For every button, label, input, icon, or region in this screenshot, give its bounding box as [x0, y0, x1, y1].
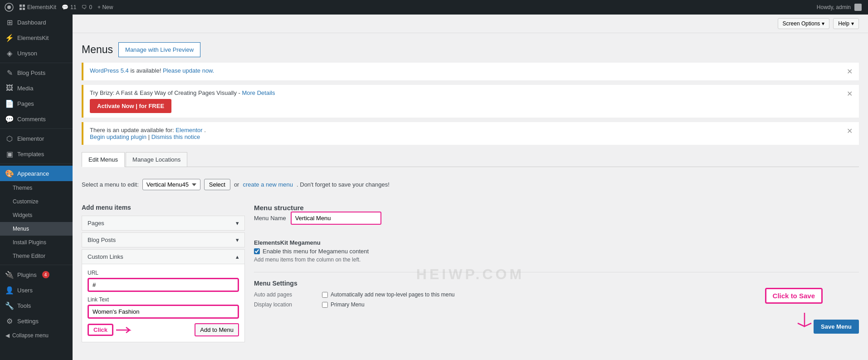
sidebar-item-unyson[interactable]: ◈ Unyson [0, 45, 73, 61]
sidebar-item-appearance[interactable]: 🎨 Appearance [0, 166, 73, 181]
menu-settings-title: Menu Settings [254, 280, 859, 287]
auto-add-label: Auto add pages [254, 291, 313, 298]
megamenu-checkbox[interactable] [254, 248, 260, 254]
tab-manage-locations[interactable]: Manage Locations [126, 152, 187, 167]
auto-add-checkbox[interactable] [322, 292, 328, 298]
save-arrow [786, 311, 814, 333]
dismiss-notice-link[interactable]: Dismiss this notice [151, 133, 200, 140]
menu-select-dropdown[interactable]: Vertical Menu45 [142, 179, 200, 190]
templates-icon: ▣ [5, 150, 14, 158]
click-to-save-annotation: Click to Save [765, 288, 823, 304]
screen-options-button[interactable]: Screen Options ▾ [778, 18, 830, 29]
sidebar-item-users[interactable]: 👤 Users [0, 282, 73, 298]
sidebar-item-menus[interactable]: Menus [0, 222, 73, 236]
appearance-icon: 🎨 [5, 169, 14, 178]
sidebar-item-elementor[interactable]: ⬡ Elementor [0, 131, 73, 146]
megamenu-checkbox-row: Enable this menu for Megamenu content [254, 248, 859, 255]
create-new-menu-link[interactable]: create a new menu [243, 181, 293, 188]
sidebar-separator-1 [0, 63, 73, 63]
select-menu-label: Select a menu to edit: [82, 181, 139, 188]
notice-wp-link[interactable]: WordPress 5.4 [90, 67, 129, 74]
display-location-checkbox-label: Primary Menu [331, 301, 365, 308]
save-menu-button[interactable]: Save Menu [814, 320, 859, 334]
sidebar-item-tools[interactable]: 🔧 Tools [0, 298, 73, 313]
click-arrow [116, 325, 134, 335]
sidebar-item-blog-posts[interactable]: ✎ Blog Posts [0, 65, 73, 80]
url-label: URL [88, 270, 239, 276]
sidebar-separator-3 [0, 163, 73, 164]
settings-icon: ⚙ [5, 317, 14, 325]
content-body: Menus Manage with Live Preview WordPress… [73, 33, 868, 353]
accordion-pages-header[interactable]: Pages ▾ [82, 216, 244, 230]
admin-bar-comments[interactable]: 💬 11 [62, 4, 76, 10]
accordion-blog-posts-header[interactable]: Blog Posts ▾ [82, 233, 244, 247]
sidebar-item-comments[interactable]: 💬 Comments [0, 111, 73, 127]
elementskit-icon: ⚡ [5, 34, 14, 42]
add-to-menu-button[interactable]: Add to Menu [195, 323, 239, 336]
accordion-custom-links-header[interactable]: Custom Links ▴ [82, 250, 244, 264]
chevron-down-icon-2: ▾ [236, 237, 239, 243]
menu-name-row: Menu Name [254, 212, 381, 225]
sidebar-item-pages[interactable]: 📄 Pages [0, 96, 73, 111]
click-annotation-wrapper: Click [88, 324, 134, 336]
begin-updating-link[interactable]: Begin updating plugin [90, 133, 146, 140]
admin-bar: ElementsKit 💬 11 🗨 0 + New Howdy, admin [0, 0, 868, 15]
sidebar-separator-2 [0, 128, 73, 129]
plugins-badge: 4 [42, 271, 49, 278]
admin-bar-wp-logo[interactable] [5, 3, 14, 12]
megamenu-section: ElementsKit Megamenu Enable this menu fo… [254, 239, 859, 263]
notice-update-link[interactable]: Please update now. [163, 67, 214, 74]
admin-bar-howdy: Howdy, admin [817, 2, 863, 13]
accordion-blog-posts: Blog Posts ▾ [82, 232, 245, 247]
manage-live-preview-button[interactable]: Manage with Live Preview [118, 42, 200, 57]
svg-rect-2 [20, 5, 22, 7]
help-chevron: ▾ [851, 20, 854, 27]
svg-rect-5 [23, 8, 25, 10]
sidebar-item-widgets[interactable]: Widgets [0, 208, 73, 222]
sidebar-item-customize[interactable]: Customize [0, 195, 73, 208]
chevron-up-icon: ▴ [236, 253, 239, 260]
select-menu-button[interactable]: Select [204, 179, 230, 190]
users-icon: 👤 [5, 286, 14, 294]
menu-name-label: Menu Name [254, 215, 286, 222]
auto-add-checkbox-label: Automatically add new top-level pages to… [331, 291, 455, 298]
sidebar-item-install-plugins[interactable]: Install Plugins [0, 236, 73, 249]
menu-name-input[interactable] [291, 212, 381, 225]
content-area: Screen Options ▾ Help ▾ Menus Manage wit… [73, 15, 868, 360]
comments-icon: 💬 [5, 115, 14, 123]
menu-structure-title: Menu structure [254, 204, 859, 212]
svg-rect-3 [23, 5, 25, 7]
menus-columns: HEIWP.COM Add menu items Pages ▾ [82, 204, 859, 344]
activate-brizy-button[interactable]: Activate Now | for FREE [90, 99, 171, 113]
sidebar-item-theme-editor[interactable]: Theme Editor [0, 249, 73, 263]
elementor-icon: ⬡ [5, 134, 14, 143]
accordion-pages: Pages ▾ [82, 216, 245, 231]
collapse-icon: ◀ [5, 332, 10, 339]
collapse-menu-button[interactable]: ◀ Collapse menu [0, 329, 73, 342]
display-location-checkbox[interactable] [322, 302, 328, 308]
sidebar-item-elementskit[interactable]: ⚡ ElementsKit [0, 30, 73, 45]
notice-brizy-dismiss[interactable]: ✕ [847, 89, 853, 98]
url-field-row: URL [88, 270, 239, 292]
sidebar-item-dashboard[interactable]: ⊞ Dashboard [0, 15, 73, 30]
notice-brizy: Try Brizy: A Fast & Easy Way of Creating… [82, 85, 859, 118]
sidebar-item-media[interactable]: 🖼 Media [0, 80, 73, 96]
blog-posts-icon: ✎ [5, 69, 14, 77]
sidebar-item-templates[interactable]: ▣ Templates [0, 146, 73, 162]
help-button[interactable]: Help ▾ [833, 18, 859, 29]
page-title-wrap: Menus Manage with Live Preview [82, 42, 859, 57]
admin-bar-site-name[interactable]: ElementsKit [19, 4, 56, 10]
link-text-field-row: Link Text [88, 296, 239, 319]
notice-elementor-dismiss[interactable]: ✕ [847, 127, 853, 135]
link-text-input[interactable] [88, 305, 239, 319]
sidebar-item-themes[interactable]: Themes [0, 181, 73, 195]
admin-bar-new[interactable]: + New [98, 4, 113, 10]
add-menu-items-panel: Add menu items Pages ▾ Blog Posts [82, 204, 245, 344]
notice-wp-dismiss[interactable]: ✕ [847, 67, 853, 76]
sidebar-item-plugins[interactable]: 🔌 Plugins 4 [0, 267, 73, 282]
url-input[interactable] [88, 278, 239, 292]
brizy-more-details-link[interactable]: More Details [242, 89, 275, 96]
tab-edit-menus[interactable]: Edit Menus [82, 152, 125, 167]
elementor-plugin-link[interactable]: Elementor [176, 127, 202, 133]
sidebar-item-settings[interactable]: ⚙ Settings [0, 313, 73, 329]
